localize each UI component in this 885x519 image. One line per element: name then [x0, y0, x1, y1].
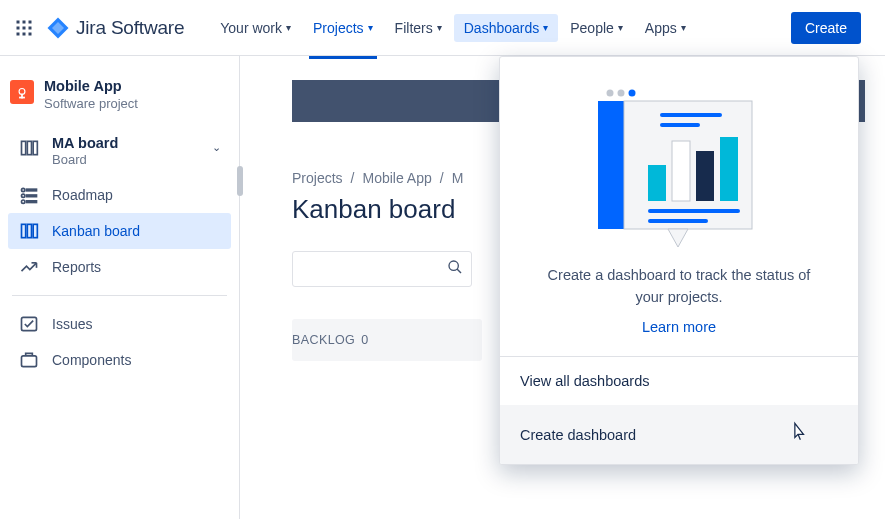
sidebar-item-components[interactable]: Components [8, 342, 231, 378]
svg-rect-20 [27, 201, 37, 203]
sidebar-item-issues[interactable]: Issues [8, 306, 231, 342]
sidebar: Mobile App Software project MA board Boa… [0, 56, 240, 519]
board-selector[interactable]: MA board Board ⌄ [8, 129, 231, 169]
top-nav: Jira Software Your work▾ Projects▾ Filte… [0, 0, 885, 56]
chevron-down-icon: ▾ [286, 22, 291, 33]
nav-your-work-label: Your work [220, 20, 282, 36]
svg-rect-34 [660, 123, 700, 127]
brand-name: Jira Software [76, 17, 184, 39]
nav-people-label: People [570, 20, 614, 36]
breadcrumb-item[interactable]: Mobile App [362, 170, 431, 186]
svg-rect-3 [17, 26, 20, 29]
jira-logo[interactable]: Jira Software [46, 16, 184, 40]
sidebar-item-label: Kanban board [52, 223, 140, 239]
sidebar-item-label: Issues [52, 316, 92, 332]
board-title: MA board [52, 135, 118, 151]
reports-icon [18, 257, 40, 277]
create-button[interactable]: Create [791, 12, 861, 44]
svg-rect-4 [23, 26, 26, 29]
chevron-down-icon: ⌄ [212, 141, 221, 154]
svg-rect-8 [29, 32, 32, 35]
chevron-down-icon: ▾ [437, 22, 442, 33]
nav-dashboards[interactable]: Dashboards▾ [454, 14, 559, 42]
column-name: BACKLOG [292, 333, 355, 347]
svg-rect-33 [660, 113, 722, 117]
svg-rect-14 [33, 141, 37, 154]
dashboards-dropdown: Create a dashboard to track the status o… [499, 56, 859, 465]
svg-rect-40 [648, 219, 708, 223]
board-column-backlog: BACKLOG0 [292, 319, 482, 361]
sidebar-item-kanban[interactable]: Kanban board [8, 213, 231, 249]
board-icon [18, 221, 40, 241]
svg-marker-41 [668, 229, 688, 247]
breadcrumb-item[interactable]: Projects [292, 170, 343, 186]
dropdown-illustration [500, 57, 858, 257]
nav-apps[interactable]: Apps▾ [635, 14, 696, 42]
svg-rect-18 [27, 195, 37, 197]
svg-rect-0 [17, 20, 20, 23]
svg-point-15 [22, 188, 25, 191]
search-icon [447, 259, 463, 279]
project-header[interactable]: Mobile App Software project [0, 64, 239, 129]
nav-filters[interactable]: Filters▾ [385, 14, 452, 42]
breadcrumb-item: M [452, 170, 464, 186]
svg-rect-31 [598, 101, 624, 229]
svg-rect-23 [33, 224, 37, 237]
sidebar-separator [12, 295, 227, 296]
svg-rect-39 [648, 209, 740, 213]
nav-people[interactable]: People▾ [560, 14, 633, 42]
sidebar-item-label: Roadmap [52, 187, 113, 203]
svg-rect-2 [29, 20, 32, 23]
sidebar-item-reports[interactable]: Reports [8, 249, 231, 285]
nav-filters-label: Filters [395, 20, 433, 36]
svg-rect-16 [27, 189, 37, 191]
svg-point-26 [449, 261, 458, 270]
svg-rect-6 [17, 32, 20, 35]
svg-point-17 [22, 194, 25, 197]
cursor-icon [788, 421, 808, 448]
svg-rect-13 [27, 141, 31, 154]
chevron-down-icon: ▾ [368, 22, 373, 33]
svg-rect-35 [648, 165, 666, 201]
nav-apps-label: Apps [645, 20, 677, 36]
svg-rect-21 [22, 224, 26, 237]
svg-point-9 [19, 89, 25, 95]
svg-rect-37 [696, 151, 714, 201]
board-icon [18, 138, 40, 158]
nav-dashboards-label: Dashboards [464, 20, 540, 36]
svg-rect-5 [29, 26, 32, 29]
menu-item-label: Create dashboard [520, 427, 636, 443]
menu-item-view-all-dashboards[interactable]: View all dashboards [500, 357, 858, 405]
svg-rect-11 [19, 97, 25, 99]
search-input[interactable] [292, 251, 472, 287]
chevron-down-icon: ▾ [681, 22, 686, 33]
sidebar-item-roadmap[interactable]: Roadmap [8, 177, 231, 213]
svg-point-19 [22, 200, 25, 203]
nav-items: Your work▾ Projects▾ Filters▾ Dashboards… [210, 14, 695, 42]
svg-point-30 [629, 90, 636, 97]
svg-rect-1 [23, 20, 26, 23]
sidebar-item-label: Reports [52, 259, 101, 275]
jira-logo-icon [46, 16, 70, 40]
svg-rect-22 [27, 224, 31, 237]
svg-point-28 [607, 90, 614, 97]
learn-more-link[interactable]: Learn more [534, 317, 824, 339]
svg-rect-7 [23, 32, 26, 35]
chevron-down-icon: ▾ [543, 22, 548, 33]
svg-rect-36 [672, 141, 690, 201]
components-icon [18, 350, 40, 370]
nav-projects[interactable]: Projects▾ [303, 14, 383, 42]
project-icon [10, 80, 34, 104]
chevron-down-icon: ▾ [618, 22, 623, 33]
svg-rect-12 [22, 141, 26, 154]
menu-item-create-dashboard[interactable]: Create dashboard [500, 405, 858, 464]
project-name: Mobile App [44, 78, 138, 94]
nav-your-work[interactable]: Your work▾ [210, 14, 301, 42]
nav-projects-label: Projects [313, 20, 364, 36]
issues-icon [18, 314, 40, 334]
app-switcher-icon[interactable] [12, 16, 36, 40]
svg-line-27 [457, 269, 461, 273]
project-subtitle: Software project [44, 96, 138, 111]
sidebar-item-label: Components [52, 352, 131, 368]
svg-rect-38 [720, 137, 738, 201]
